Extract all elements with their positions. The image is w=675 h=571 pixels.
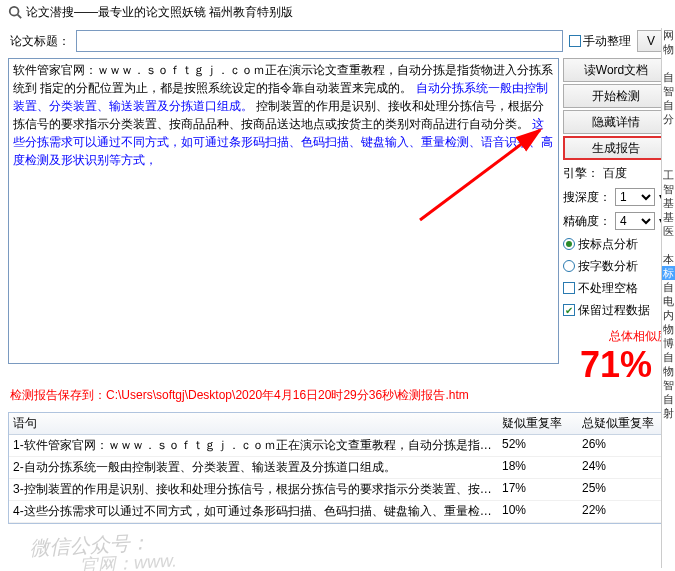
table-row[interactable]: 3-控制装置的作用是识别、接收和处理分拣信号，根据分拣信号的要求指示分类装置、按… <box>9 479 666 501</box>
right-strip[interactable]: 网物自智自分工智基基医本标自电内物博自物智自射 <box>661 28 675 568</box>
depth-select[interactable]: 1 <box>615 188 655 206</box>
checkbox-icon <box>563 282 575 294</box>
strip-item[interactable]: 射 <box>662 406 675 420</box>
radio-icon <box>563 260 575 272</box>
strip-item[interactable]: 自 <box>662 70 675 84</box>
title-label: 论文标题： <box>10 33 70 50</box>
similarity-value: 71% <box>563 347 669 383</box>
strip-item[interactable]: 标 <box>662 266 675 280</box>
cell-rate: 52% <box>502 437 582 454</box>
precision-label: 精确度： <box>563 213 611 230</box>
strip-item[interactable]: 智 <box>662 84 675 98</box>
col-sentence[interactable]: 语句 <box>13 415 502 432</box>
manual-sort-label: 手动整理 <box>583 33 631 50</box>
title-input[interactable] <box>76 30 563 52</box>
by-punctuation-radio[interactable]: 按标点分析 <box>563 234 669 254</box>
strip-item[interactable]: 智 <box>662 378 675 392</box>
svg-point-0 <box>10 7 19 16</box>
cell-sentence: 3-控制装置的作用是识别、接收和处理分拣信号，根据分拣信号的要求指示分类装置、按… <box>13 481 502 498</box>
check-label: 不处理空格 <box>578 280 638 297</box>
radio-label: 按字数分析 <box>578 258 638 275</box>
engine-value: 百度 <box>603 165 627 182</box>
similarity-label: 总体相似度 <box>563 328 669 345</box>
strip-item[interactable]: 物 <box>662 364 675 378</box>
checkbox-icon <box>569 35 581 47</box>
strip-item[interactable]: 自 <box>662 98 675 112</box>
strip-item[interactable] <box>662 140 675 154</box>
read-word-button[interactable]: 读Word文档 <box>563 58 669 82</box>
side-panel: 读Word文档 开始检测 隐藏详情 生成报告 引擎： 百度 搜深度： 1 ▾ 精… <box>563 58 671 383</box>
table-header: 语句 疑似重复率 总疑似重复率 <box>9 413 666 435</box>
checkbox-icon: ✔ <box>563 304 575 316</box>
save-message: 检测报告保存到：C:\Users\softgj\Desktop\2020年4月1… <box>0 383 675 408</box>
keep-data-checkbox[interactable]: ✔保留过程数据 <box>563 300 669 320</box>
precision-select[interactable]: 4 <box>615 212 655 230</box>
strip-item[interactable]: 博 <box>662 336 675 350</box>
strip-item[interactable]: 医 <box>662 224 675 238</box>
strip-item[interactable]: 物 <box>662 42 675 56</box>
strip-item[interactable]: 基 <box>662 210 675 224</box>
cell-total: 25% <box>582 481 662 498</box>
strip-item[interactable]: 网 <box>662 28 675 42</box>
strip-item[interactable]: 智 <box>662 182 675 196</box>
strip-item[interactable]: 工 <box>662 168 675 182</box>
precision-row: 精确度： 4 ▾ <box>563 210 669 232</box>
cell-rate: 17% <box>502 481 582 498</box>
radio-icon <box>563 238 575 250</box>
table-row[interactable]: 4-这些分拣需求可以通过不同方式，如可通过条形码扫描、色码扫描、键盘输入、重量检… <box>9 501 666 523</box>
strip-item[interactable]: 自 <box>662 350 675 364</box>
strip-item[interactable]: 物 <box>662 322 675 336</box>
cell-sentence: 1-软件管家官网：ｗｗｗ．ｓｏｆｔｇｊ．ｃｏｍ正在演示论文查重教程，自动分拣是指… <box>13 437 502 454</box>
cell-total: 22% <box>582 503 662 520</box>
strip-item[interactable]: 自 <box>662 392 675 406</box>
manual-sort-checkbox[interactable]: 手动整理 <box>569 33 631 50</box>
content-panel[interactable]: 软件管家官网：ｗｗｗ．ｓｏｆｔｇｊ．ｃｏｍ正在演示论文查重教程，自动分拣是指货物… <box>8 58 559 364</box>
result-table: 语句 疑似重复率 总疑似重复率 1-软件管家官网：ｗｗｗ．ｓｏｆｔｇｊ．ｃｏｍ正… <box>8 412 667 524</box>
strip-item[interactable]: 自 <box>662 280 675 294</box>
svg-line-1 <box>18 15 22 19</box>
strip-item[interactable]: 内 <box>662 308 675 322</box>
content-text: 指定的分配位置为止，都是按照系统设定的指令靠自动装置来完成的。 <box>40 81 412 95</box>
strip-item[interactable] <box>662 154 675 168</box>
by-count-radio[interactable]: 按字数分析 <box>563 256 669 276</box>
strip-item[interactable] <box>662 238 675 252</box>
strip-item[interactable] <box>662 56 675 70</box>
depth-label: 搜深度： <box>563 189 611 206</box>
table-row[interactable]: 2-自动分拣系统一般由控制装置、分类装置、输送装置及分拣道口组成。18%24% <box>9 457 666 479</box>
cell-total: 26% <box>582 437 662 454</box>
cell-sentence: 4-这些分拣需求可以通过不同方式，如可通过条形码扫描、色码扫描、键盘输入、重量检… <box>13 503 502 520</box>
check-label: 保留过程数据 <box>578 302 650 319</box>
start-detect-button[interactable]: 开始检测 <box>563 84 669 108</box>
app-icon <box>8 5 22 19</box>
window-title: 论文潜搜——最专业的论文照妖镜 福州教育特别版 <box>26 4 293 21</box>
strip-item[interactable]: 分 <box>662 112 675 126</box>
generate-report-button[interactable]: 生成报告 <box>563 136 669 160</box>
strip-item[interactable] <box>662 126 675 140</box>
cell-total: 24% <box>582 459 662 476</box>
strip-item[interactable]: 电 <box>662 294 675 308</box>
watermark: 官网：www. <box>79 548 177 571</box>
cell-sentence: 2-自动分拣系统一般由控制装置、分类装置、输送装置及分拣道口组成。 <box>13 459 502 476</box>
col-suspect-rate[interactable]: 疑似重复率 <box>502 415 582 432</box>
depth-row: 搜深度： 1 ▾ <box>563 186 669 208</box>
radio-label: 按标点分析 <box>578 236 638 253</box>
table-row[interactable]: 1-软件管家官网：ｗｗｗ．ｓｏｆｔｇｊ．ｃｏｍ正在演示论文查重教程，自动分拣是指… <box>9 435 666 457</box>
engine-label: 引擎： <box>563 165 599 182</box>
title-bar: 论文潜搜——最专业的论文照妖镜 福州教育特别版 <box>0 0 675 24</box>
ignore-space-checkbox[interactable]: 不处理空格 <box>563 278 669 298</box>
cell-rate: 10% <box>502 503 582 520</box>
main-area: 软件管家官网：ｗｗｗ．ｓｏｆｔｇｊ．ｃｏｍ正在演示论文查重教程，自动分拣是指货物… <box>0 58 675 383</box>
strip-item[interactable]: 基 <box>662 196 675 210</box>
hide-details-button[interactable]: 隐藏详情 <box>563 110 669 134</box>
engine-row: 引擎： 百度 <box>563 162 669 184</box>
cell-rate: 18% <box>502 459 582 476</box>
col-total-rate[interactable]: 总疑似重复率 <box>582 415 662 432</box>
top-row: 论文标题： 手动整理 V <box>0 24 675 58</box>
strip-item[interactable]: 本 <box>662 252 675 266</box>
table-body: 1-软件管家官网：ｗｗｗ．ｓｏｆｔｇｊ．ｃｏｍ正在演示论文查重教程，自动分拣是指… <box>9 435 666 523</box>
